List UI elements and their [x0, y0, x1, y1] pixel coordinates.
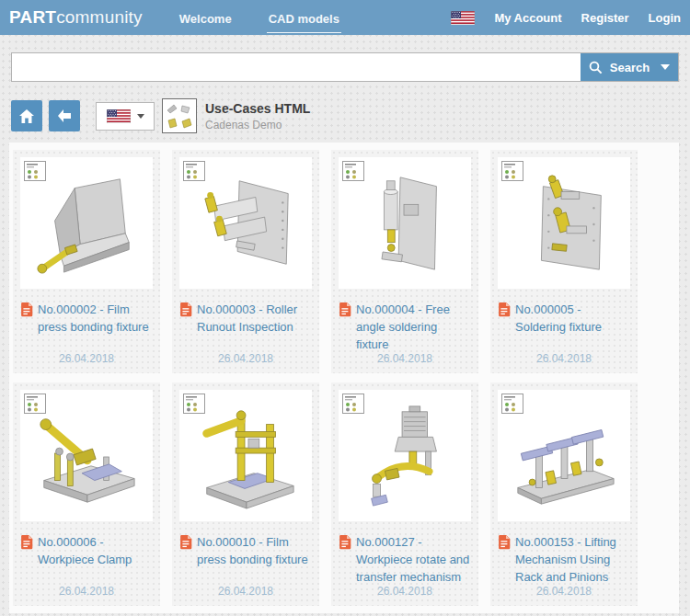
model-thumbnail[interactable] [339, 390, 471, 521]
logo-light-text: community [56, 7, 143, 27]
model-date: 26.04.2018 [490, 352, 638, 365]
model-date: 26.04.2018 [13, 585, 160, 598]
catalog-badge-icon [183, 161, 205, 181]
cad-model-card: No.000003 - Roller Runout Inspection 26.… [172, 150, 319, 373]
model-date: 26.04.2018 [172, 585, 319, 598]
document-icon [179, 302, 192, 336]
model-thumbnail[interactable] [20, 157, 153, 289]
document-icon [498, 534, 511, 586]
catalog-badge-icon [24, 394, 46, 414]
search-button[interactable]: Search [581, 53, 678, 81]
chevron-down-icon [137, 114, 144, 119]
document-icon [339, 302, 351, 353]
catalog-toolbar: Use-Cases HTML Cadenas Demo [11, 98, 679, 133]
model-date: 26.04.2018 [172, 352, 319, 365]
cad-preview-film-press-fixture [28, 168, 145, 279]
model-link[interactable]: No.000006 - Workpiece Clamp [20, 533, 153, 568]
cad-model-card: No.000006 - Workpiece Clamp 26.04.2018 [13, 382, 160, 606]
back-button[interactable] [49, 100, 80, 131]
model-thumbnail[interactable] [179, 390, 312, 521]
model-link[interactable]: No.000153 - Lifting Mechanism Using Rack… [498, 533, 630, 586]
catalog-badge-icon [183, 394, 205, 414]
model-title: No.000004 - Free angle soldering fixture [356, 301, 471, 353]
document-icon [339, 534, 351, 586]
catalog-parts-icon [165, 101, 194, 131]
catalog-subtitle: Cadenas Demo [205, 119, 310, 131]
model-date: 26.04.2018 [13, 352, 160, 365]
search-section: Search [11, 52, 679, 82]
cad-model-grid: No.000002 - Film press bonding fixture 2… [13, 150, 679, 606]
cad-preview-workpiece-clamp [28, 401, 145, 511]
model-title: No.000006 - Workpiece Clamp [38, 533, 153, 568]
search-icon [589, 61, 603, 74]
model-title: No.000153 - Lifting Mechanism Using Rack… [515, 533, 630, 586]
model-date: 26.04.2018 [490, 585, 638, 598]
cad-preview-rotate-transfer-mechanism [346, 401, 464, 511]
us-flag-icon [107, 109, 131, 123]
cad-model-card: No.000127 - Workpiece rotate and transfe… [331, 382, 478, 606]
catalog-badge-icon [501, 394, 523, 414]
nav-item-welcome[interactable]: Welcome [178, 2, 234, 33]
model-thumbnail[interactable] [498, 390, 630, 521]
model-title: No.000002 - Film press bonding fixture [38, 301, 153, 336]
search-button-label: Search [610, 61, 650, 74]
model-link[interactable]: No.000005 - Soldering fixture [498, 301, 630, 336]
model-link[interactable]: No.000002 - Film press bonding fixture [20, 301, 153, 336]
cad-model-card: No.000010 - Film press bonding fixture 2… [172, 382, 319, 606]
cad-model-card: No.000004 - Free angle soldering fixture… [331, 150, 478, 373]
home-button[interactable] [11, 100, 42, 131]
model-thumbnail[interactable] [179, 157, 312, 289]
model-title: No.000003 - Roller Runout Inspection [197, 301, 312, 336]
model-thumbnail[interactable] [20, 390, 153, 521]
top-header-bar: PARTcommunity Welcome CAD models My Acco… [0, 0, 690, 35]
my-account-link[interactable]: My Account [494, 11, 561, 25]
search-input[interactable] [12, 53, 581, 81]
results-container: No.000002 - Film press bonding fixture 2… [9, 143, 679, 613]
model-link[interactable]: No.000003 - Roller Runout Inspection [179, 301, 312, 336]
model-thumbnail[interactable] [498, 157, 630, 289]
register-link[interactable]: Register [581, 11, 629, 25]
model-thumbnail[interactable] [339, 157, 471, 289]
cad-preview-lifting-rack-pinions [505, 401, 623, 511]
catalog-badge-icon [342, 161, 364, 181]
search-bar: Search [11, 52, 679, 82]
catalog-badge-icon [501, 161, 523, 181]
catalog-badge-icon [24, 161, 46, 181]
model-link[interactable]: No.000004 - Free angle soldering fixture [339, 301, 471, 353]
document-icon [20, 534, 33, 568]
cad-preview-film-press-frame [187, 401, 305, 511]
account-navigation: My Account Register Login [451, 11, 681, 25]
model-title: No.000005 - Soldering fixture [515, 301, 630, 336]
model-link[interactable]: No.000010 - Film press bonding fixture [179, 533, 312, 568]
nav-item-cad-models[interactable]: CAD models [267, 2, 341, 33]
cad-preview-roller-runout [187, 168, 305, 279]
document-icon [179, 534, 192, 568]
catalog-title: Use-Cases HTML [205, 101, 310, 116]
cad-model-card: No.000153 - Lifting Mechanism Using Rack… [490, 382, 638, 606]
login-link[interactable]: Login [649, 11, 681, 25]
us-flag-icon[interactable] [451, 11, 475, 25]
arrow-left-icon [56, 108, 73, 123]
catalog-thumbnail [162, 98, 197, 133]
catalog-info: Use-Cases HTML Cadenas Demo [205, 101, 310, 131]
partcommunity-logo[interactable]: PARTcommunity [9, 7, 143, 28]
model-title: No.000127 - Workpiece rotate and transfe… [356, 533, 471, 586]
document-icon [498, 302, 511, 336]
cad-model-card: No.000002 - Film press bonding fixture 2… [13, 150, 160, 373]
model-title: No.000010 - Film press bonding fixture [197, 533, 312, 568]
cad-preview-free-angle-soldering [346, 168, 464, 279]
document-icon [20, 302, 33, 336]
cad-preview-soldering-fixture [505, 168, 623, 279]
model-date: 26.04.2018 [331, 585, 478, 598]
chevron-down-icon[interactable] [661, 64, 670, 70]
home-icon [18, 108, 35, 124]
model-date: 26.04.2018 [331, 352, 478, 365]
logo-bold-text: PART [9, 7, 56, 27]
catalog-badge-icon [342, 394, 364, 414]
language-selector[interactable] [96, 102, 155, 131]
model-link[interactable]: No.000127 - Workpiece rotate and transfe… [339, 533, 471, 586]
main-navigation: Welcome CAD models [178, 2, 341, 33]
cad-model-card: No.000005 - Soldering fixture 26.04.2018 [490, 150, 638, 373]
